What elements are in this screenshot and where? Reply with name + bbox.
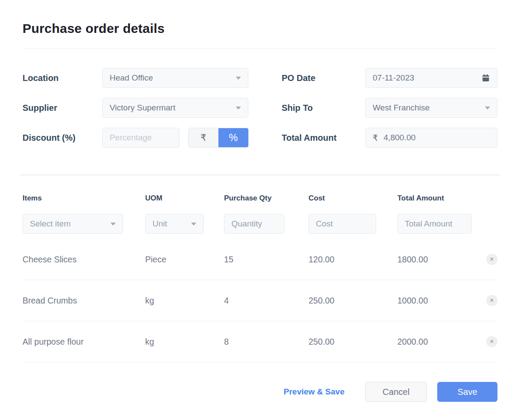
item-cost: 250.00 bbox=[309, 296, 397, 306]
item-uom: kg bbox=[145, 296, 224, 306]
col-header-cost: Cost bbox=[309, 194, 397, 203]
discount-type-toggle: ₹ % bbox=[188, 128, 249, 148]
ship-to-label: Ship To bbox=[282, 103, 365, 113]
location-value: Head Office bbox=[110, 73, 153, 83]
caret-down-icon bbox=[110, 223, 116, 226]
cancel-button[interactable]: Cancel bbox=[365, 382, 427, 402]
item-qty: 8 bbox=[224, 337, 309, 347]
caret-down-icon bbox=[485, 107, 490, 110]
item-select[interactable]: Select item bbox=[23, 214, 123, 234]
row-total-input[interactable] bbox=[397, 214, 471, 234]
uom-select[interactable]: Unit bbox=[145, 214, 204, 234]
total-amount-label: Total Amount bbox=[282, 133, 365, 143]
item-select-placeholder: Select item bbox=[30, 219, 71, 229]
close-icon: × bbox=[490, 338, 494, 345]
item-name: Cheese Slices bbox=[23, 255, 145, 265]
footer-actions: Preview & Save Cancel Save bbox=[23, 382, 497, 402]
currency-toggle-button[interactable]: ₹ bbox=[188, 128, 218, 147]
item-cost: 120.00 bbox=[309, 255, 397, 265]
ship-to-select[interactable]: West Franchise bbox=[365, 98, 497, 118]
purchase-order-modal: Purchase order details Location Head Off… bbox=[0, 21, 520, 402]
item-name: Bread Crumbs bbox=[23, 296, 145, 306]
table-row: All purpose flour kg 8 250.00 2000.00 × bbox=[23, 321, 497, 362]
items-table-body: Cheese Slices Piece 15 120.00 1800.00 × … bbox=[23, 239, 497, 362]
remove-item-button[interactable]: × bbox=[486, 254, 497, 265]
col-header-total-amount: Total Amount bbox=[397, 194, 480, 203]
item-uom: Piece bbox=[145, 255, 224, 265]
col-header-purchase-qty: Purchase Qty bbox=[224, 194, 309, 203]
quantity-input[interactable] bbox=[224, 214, 285, 234]
supplier-value: Victory Supermart bbox=[110, 103, 176, 113]
item-total: 2000.00 bbox=[397, 337, 480, 347]
po-date-label: PO Date bbox=[282, 73, 365, 83]
table-row: Cheese Slices Piece 15 120.00 1800.00 × bbox=[23, 239, 497, 280]
uom-select-placeholder: Unit bbox=[153, 219, 167, 229]
total-amount-value: 4,800.00 bbox=[384, 133, 416, 142]
item-uom: kg bbox=[145, 337, 224, 347]
item-total: 1000.00 bbox=[397, 296, 480, 306]
rupee-symbol: ₹ bbox=[373, 133, 378, 143]
supplier-select[interactable]: Victory Supermart bbox=[102, 98, 248, 118]
discount-input[interactable] bbox=[102, 128, 179, 148]
item-qty: 4 bbox=[224, 296, 309, 306]
caret-down-icon bbox=[236, 77, 241, 80]
items-table-header: Items UOM Purchase Qty Cost Total Amount bbox=[23, 194, 497, 203]
remove-item-button[interactable]: × bbox=[486, 336, 497, 347]
close-icon: × bbox=[490, 256, 494, 263]
discount-label: Discount (%) bbox=[23, 133, 102, 143]
save-button[interactable]: Save bbox=[437, 382, 497, 402]
total-amount-field[interactable]: ₹ 4,800.00 bbox=[365, 128, 497, 148]
item-qty: 15 bbox=[224, 255, 309, 265]
po-form: Location Head Office PO Date 07-11-2023 … bbox=[23, 68, 497, 148]
calendar-icon[interactable] bbox=[481, 74, 490, 82]
percent-toggle-button[interactable]: % bbox=[218, 128, 248, 147]
location-label: Location bbox=[23, 73, 102, 83]
close-icon: × bbox=[490, 297, 494, 304]
po-date-value: 07-11-2023 bbox=[373, 73, 414, 83]
add-item-row: Select item Unit bbox=[23, 214, 497, 234]
location-select[interactable]: Head Office bbox=[102, 68, 248, 88]
section-divider bbox=[20, 174, 500, 175]
table-row: Bread Crumbs kg 4 250.00 1000.00 × bbox=[23, 280, 497, 321]
cost-input[interactable] bbox=[309, 214, 376, 234]
po-date-field[interactable]: 07-11-2023 bbox=[365, 68, 497, 88]
title-divider bbox=[23, 48, 497, 48]
supplier-label: Supplier bbox=[23, 103, 102, 113]
preview-save-button[interactable]: Preview & Save bbox=[284, 387, 344, 397]
item-total: 1800.00 bbox=[397, 255, 480, 265]
col-header-uom: UOM bbox=[145, 194, 224, 203]
page-title: Purchase order details bbox=[23, 21, 497, 36]
caret-down-icon bbox=[236, 107, 241, 110]
item-cost: 250.00 bbox=[309, 337, 397, 347]
caret-down-icon bbox=[191, 223, 196, 226]
ship-to-value: West Franchise bbox=[373, 103, 430, 113]
item-name: All purpose flour bbox=[23, 337, 145, 347]
discount-cell: ₹ % bbox=[102, 128, 248, 148]
remove-item-button[interactable]: × bbox=[486, 295, 497, 306]
col-header-items: Items bbox=[23, 194, 145, 203]
